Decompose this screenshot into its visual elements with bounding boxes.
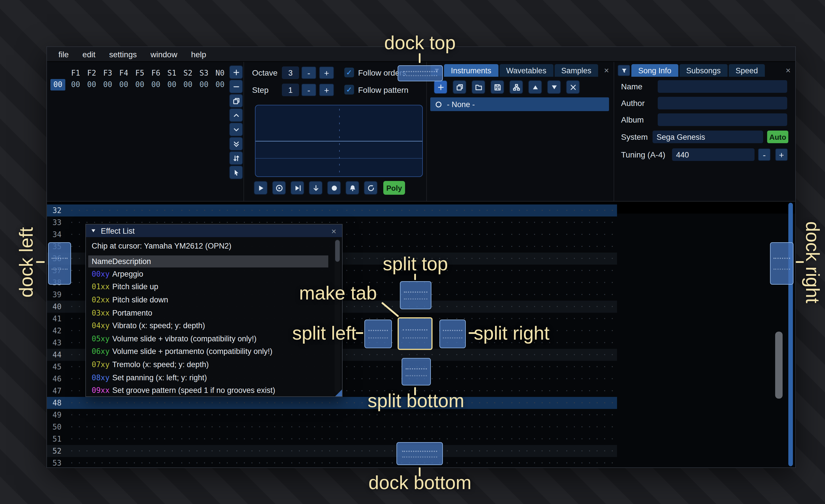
move-instrument-up-button[interactable] bbox=[528, 80, 542, 94]
follow-pattern-checkbox[interactable]: ✓ bbox=[344, 85, 354, 94]
pattern-cell[interactable]: · · · · · · · bbox=[287, 399, 342, 407]
tuning-input[interactable] bbox=[672, 148, 755, 161]
tab-samples[interactable]: Samples bbox=[554, 64, 598, 77]
order-value-cell[interactable]: 00 bbox=[116, 79, 132, 90]
menu-settings[interactable]: settings bbox=[109, 50, 137, 59]
auto-system-button[interactable]: Auto bbox=[767, 131, 788, 143]
pattern-cell[interactable]: · · · · · · · bbox=[452, 243, 507, 250]
pattern-scrollbar-thumb[interactable] bbox=[775, 332, 782, 399]
make-tab-target[interactable] bbox=[398, 317, 433, 350]
move-order-up-button[interactable] bbox=[229, 108, 243, 122]
pattern-cell[interactable]: · · · · · · · bbox=[452, 267, 507, 274]
song-name-input[interactable] bbox=[658, 80, 787, 93]
pattern-cell[interactable]: · · · · · · · bbox=[562, 435, 617, 443]
pattern-cell[interactable]: · · · · · · · bbox=[342, 447, 397, 455]
pattern-cell[interactable]: · · · · · · · bbox=[452, 423, 507, 431]
order-value-cell[interactable]: 00 bbox=[132, 79, 148, 90]
pattern-cell[interactable]: · · · · · · · bbox=[507, 399, 562, 407]
pattern-cell[interactable]: · · · · · · · bbox=[397, 423, 452, 431]
filter-icon[interactable] bbox=[618, 65, 630, 76]
effect-list-scrollbar[interactable] bbox=[334, 239, 340, 393]
follow-orders-checkbox[interactable]: ✓ bbox=[344, 68, 354, 77]
description-column-header[interactable]: Description bbox=[112, 257, 151, 266]
pattern-cell[interactable]: · · · · · · · bbox=[507, 243, 562, 250]
pattern-cell[interactable]: · · · · · · · bbox=[287, 423, 342, 431]
pattern-cell[interactable]: · · · · · · · bbox=[562, 363, 617, 370]
menu-window[interactable]: window bbox=[150, 50, 177, 59]
pattern-cell[interactable]: · · · · · · · bbox=[287, 207, 342, 214]
pattern-cell[interactable]: · · · · · · · bbox=[507, 279, 562, 286]
pattern-cell[interactable]: · · · · · · · bbox=[397, 207, 452, 214]
split-bottom-target[interactable] bbox=[401, 358, 431, 386]
song-album-input[interactable] bbox=[658, 113, 787, 126]
pattern-cell[interactable]: · · · · · · · bbox=[287, 459, 342, 467]
pattern-cell[interactable]: · · · · · · · bbox=[507, 375, 562, 383]
pattern-cell[interactable]: · · · · · · · bbox=[342, 411, 397, 419]
pattern-cell[interactable]: · · · · · · · bbox=[342, 243, 397, 250]
pattern-cell[interactable]: · · · · · · · bbox=[232, 411, 287, 419]
dock-right-target[interactable] bbox=[770, 242, 794, 285]
pattern-cell[interactable]: · · · · · · · bbox=[452, 207, 507, 214]
pattern-cell[interactable]: · · · · · · · bbox=[342, 375, 397, 383]
split-top-target[interactable] bbox=[400, 281, 431, 309]
step-increase-button[interactable]: + bbox=[319, 84, 334, 96]
pattern-cell[interactable]: · · · · · · · bbox=[67, 207, 122, 214]
delete-instrument-button[interactable] bbox=[566, 80, 580, 94]
instrument-list-item[interactable]: - None - bbox=[430, 97, 609, 111]
pattern-cell[interactable]: · · · · · · · bbox=[507, 267, 562, 274]
pattern-cell[interactable]: · · · · · · · bbox=[562, 351, 617, 358]
tuning-increase-button[interactable]: + bbox=[775, 148, 788, 161]
pattern-cell[interactable]: · · · · · · · bbox=[67, 411, 122, 419]
tab-speed[interactable]: Speed bbox=[729, 64, 765, 77]
octave-decrease-button[interactable]: - bbox=[301, 67, 316, 79]
pattern-cell[interactable]: · · · · · · · bbox=[122, 447, 177, 455]
pattern-cell[interactable]: · · · · · · · bbox=[452, 231, 507, 238]
order-row-number[interactable]: 00 bbox=[51, 79, 65, 90]
pattern-cell[interactable]: · · · · · · · bbox=[177, 423, 232, 431]
close-icon[interactable]: × bbox=[785, 66, 791, 74]
close-icon[interactable]: × bbox=[604, 66, 609, 74]
pattern-cell[interactable]: · · · · · · · bbox=[507, 387, 562, 395]
pattern-cell[interactable]: · · · · · · · bbox=[452, 279, 507, 286]
pattern-cell[interactable]: · · · · · · · bbox=[562, 411, 617, 419]
pattern-cell[interactable]: · · · · · · · bbox=[507, 207, 562, 214]
pattern-cell[interactable]: · · · · · · · bbox=[342, 219, 397, 226]
tab-song-info[interactable]: Song Info bbox=[631, 64, 678, 77]
pattern-cell[interactable]: · · · · · · · bbox=[232, 435, 287, 443]
pattern-cell[interactable]: · · · · · · · bbox=[67, 423, 122, 431]
pattern-cell[interactable]: · · · · · · · bbox=[507, 363, 562, 370]
order-value-cell[interactable]: 00 bbox=[180, 79, 196, 90]
metronome-button[interactable] bbox=[346, 181, 359, 195]
tuning-decrease-button[interactable]: - bbox=[758, 148, 770, 161]
order-value-cell[interactable]: 00 bbox=[196, 79, 212, 90]
repeat-pattern-button[interactable] bbox=[364, 181, 378, 195]
pattern-cell[interactable]: · · · · · · · bbox=[452, 291, 507, 299]
dock-bottom-target[interactable] bbox=[396, 442, 443, 465]
collapse-icon[interactable] bbox=[90, 228, 96, 234]
pattern-cell[interactable]: · · · · · · · bbox=[452, 351, 507, 358]
pattern-cell[interactable]: · · · · · · · bbox=[342, 423, 397, 431]
octave-value[interactable]: 3 bbox=[282, 67, 299, 79]
order-value-cell[interactable]: 00 bbox=[68, 79, 84, 90]
pattern-cell[interactable]: · · · · · · · bbox=[287, 447, 342, 455]
pattern-cell[interactable]: · · · · · · · bbox=[177, 459, 232, 467]
poly-button[interactable]: Poly bbox=[383, 181, 405, 195]
pattern-cell[interactable]: · · · · · · · bbox=[562, 447, 617, 455]
pattern-cell[interactable]: · · · · · · · bbox=[507, 423, 562, 431]
order-value-cell[interactable]: 00 bbox=[164, 79, 180, 90]
pattern-cell[interactable]: · · · · · · · bbox=[177, 207, 232, 214]
pattern-cell[interactable]: · · · · · · · bbox=[452, 303, 507, 311]
pattern-cell[interactable]: · · · · · · · bbox=[122, 459, 177, 467]
step-decrease-button[interactable]: - bbox=[301, 84, 316, 96]
tab-instruments[interactable]: Instruments bbox=[444, 64, 498, 77]
pattern-cell[interactable]: · · · · · · · bbox=[232, 423, 287, 431]
close-icon[interactable]: × bbox=[331, 227, 336, 235]
pattern-cell[interactable]: · · · · · · · bbox=[452, 411, 507, 419]
pattern-cell[interactable]: · · · · · · · bbox=[397, 411, 452, 419]
split-left-target[interactable] bbox=[364, 320, 392, 348]
pattern-cell[interactable]: · · · · · · · bbox=[562, 375, 617, 383]
pattern-cell[interactable]: · · · · · · · bbox=[67, 399, 122, 407]
pattern-cell[interactable]: · · · · · · · bbox=[507, 219, 562, 226]
pattern-cell[interactable]: · · · · · · · bbox=[562, 219, 617, 226]
effect-list-scrollbar-thumb[interactable] bbox=[335, 240, 340, 262]
